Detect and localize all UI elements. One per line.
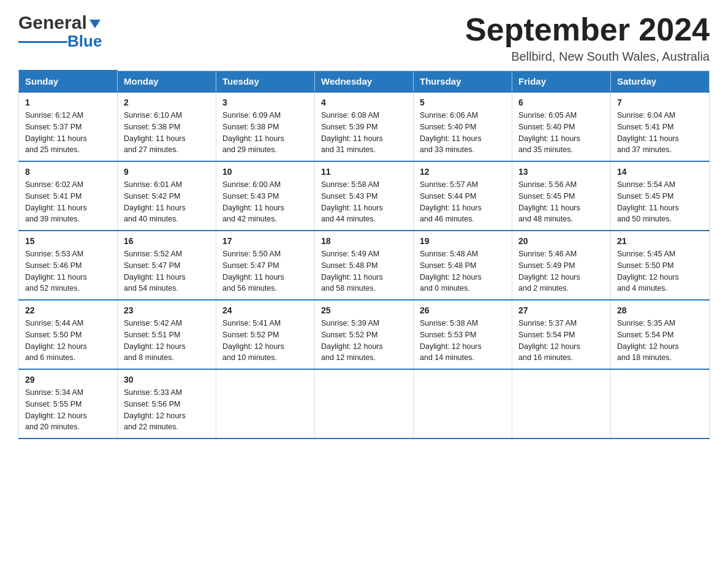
week-row-2: 8Sunrise: 6:02 AMSunset: 5:41 PMDaylight… (19, 161, 710, 231)
day-number: 6 (518, 98, 604, 107)
calendar-cell-30: 30Sunrise: 5:33 AMSunset: 5:56 PMDayligh… (118, 369, 216, 439)
day-number: 30 (124, 375, 210, 385)
day-number: 21 (617, 236, 703, 246)
day-number: 28 (617, 305, 703, 315)
header-sunday: Sunday (19, 71, 118, 92)
day-number: 1 (25, 98, 111, 107)
day-number: 17 (222, 236, 308, 246)
day-info: Sunrise: 5:53 AMSunset: 5:46 PMDaylight:… (25, 248, 111, 294)
header-thursday: Thursday (414, 71, 512, 92)
day-info: Sunrise: 5:45 AMSunset: 5:50 PMDaylight:… (617, 248, 703, 294)
calendar-cell-4: 4Sunrise: 6:08 AMSunset: 5:39 PMDaylight… (315, 92, 414, 161)
day-number: 8 (25, 167, 111, 177)
week-row-3: 15Sunrise: 5:53 AMSunset: 5:46 PMDayligh… (19, 231, 710, 300)
day-info: Sunrise: 6:04 AMSunset: 5:41 PMDaylight:… (617, 110, 703, 156)
day-number: 4 (321, 98, 407, 107)
day-info: Sunrise: 5:56 AMSunset: 5:45 PMDaylight:… (518, 179, 604, 225)
day-info: Sunrise: 5:49 AMSunset: 5:48 PMDaylight:… (321, 248, 407, 294)
day-info: Sunrise: 6:02 AMSunset: 5:41 PMDaylight:… (25, 179, 111, 225)
calendar-cell-3: 3Sunrise: 6:09 AMSunset: 5:38 PMDaylight… (216, 92, 315, 161)
calendar-cell-24: 24Sunrise: 5:41 AMSunset: 5:52 PMDayligh… (216, 300, 315, 369)
day-info: Sunrise: 6:10 AMSunset: 5:38 PMDaylight:… (124, 110, 210, 156)
logo-underline (18, 41, 67, 43)
logo-blue-text: Blue (67, 32, 102, 51)
svg-marker-0 (89, 20, 100, 28)
day-number: 24 (222, 305, 308, 315)
day-info: Sunrise: 5:37 AMSunset: 5:54 PMDaylight:… (518, 318, 604, 364)
calendar-cell-19: 19Sunrise: 5:48 AMSunset: 5:48 PMDayligh… (414, 231, 512, 300)
day-info: Sunrise: 5:42 AMSunset: 5:51 PMDaylight:… (124, 318, 210, 364)
day-number: 10 (222, 167, 308, 177)
logo-general-text: General (18, 12, 87, 33)
logo-arrow-icon (88, 17, 102, 31)
calendar-cell-31 (216, 369, 315, 439)
header-tuesday: Tuesday (216, 71, 315, 92)
calendar-cell-12: 12Sunrise: 5:57 AMSunset: 5:44 PMDayligh… (414, 161, 512, 231)
day-info: Sunrise: 5:58 AMSunset: 5:43 PMDaylight:… (321, 179, 407, 225)
day-number: 3 (222, 98, 308, 107)
day-info: Sunrise: 5:57 AMSunset: 5:44 PMDaylight:… (420, 179, 506, 225)
day-info: Sunrise: 6:01 AMSunset: 5:42 PMDaylight:… (124, 179, 210, 225)
day-info: Sunrise: 6:05 AMSunset: 5:40 PMDaylight:… (518, 110, 604, 156)
calendar-cell-25: 25Sunrise: 5:39 AMSunset: 5:52 PMDayligh… (315, 300, 414, 369)
day-number: 16 (124, 236, 210, 246)
day-info: Sunrise: 5:52 AMSunset: 5:47 PMDaylight:… (124, 248, 210, 294)
day-number: 27 (518, 305, 604, 315)
week-row-1: 1Sunrise: 6:12 AMSunset: 5:37 PMDaylight… (19, 92, 710, 161)
day-info: Sunrise: 5:44 AMSunset: 5:50 PMDaylight:… (25, 318, 111, 364)
day-number: 26 (420, 305, 506, 315)
calendar-cell-22: 22Sunrise: 5:44 AMSunset: 5:50 PMDayligh… (19, 300, 118, 369)
day-info: Sunrise: 6:08 AMSunset: 5:39 PMDaylight:… (321, 110, 407, 156)
calendar-cell-18: 18Sunrise: 5:49 AMSunset: 5:48 PMDayligh… (315, 231, 414, 300)
day-number: 29 (25, 375, 111, 385)
day-number: 7 (617, 98, 703, 107)
day-number: 11 (321, 167, 407, 177)
title-block: September 2024 Bellbird, New South Wales… (465, 12, 710, 64)
day-info: Sunrise: 5:39 AMSunset: 5:52 PMDaylight:… (321, 318, 407, 364)
day-info: Sunrise: 5:46 AMSunset: 5:49 PMDaylight:… (518, 248, 604, 294)
calendar-cell-6: 6Sunrise: 6:05 AMSunset: 5:40 PMDaylight… (512, 92, 611, 161)
day-number: 20 (518, 236, 604, 246)
calendar-cell-29: 29Sunrise: 5:34 AMSunset: 5:55 PMDayligh… (19, 369, 118, 439)
day-info: Sunrise: 5:54 AMSunset: 5:45 PMDaylight:… (617, 179, 703, 225)
location: Bellbird, New South Wales, Australia (465, 50, 710, 64)
calendar-cell-5: 5Sunrise: 6:06 AMSunset: 5:40 PMDaylight… (414, 92, 512, 161)
week-row-5: 29Sunrise: 5:34 AMSunset: 5:55 PMDayligh… (19, 369, 710, 439)
calendar-cell-16: 16Sunrise: 5:52 AMSunset: 5:47 PMDayligh… (118, 231, 216, 300)
day-info: Sunrise: 5:41 AMSunset: 5:52 PMDaylight:… (222, 318, 308, 364)
day-number: 2 (124, 98, 210, 107)
day-number: 25 (321, 305, 407, 315)
day-number: 23 (124, 305, 210, 315)
day-info: Sunrise: 5:38 AMSunset: 5:53 PMDaylight:… (420, 318, 506, 364)
day-info: Sunrise: 5:34 AMSunset: 5:55 PMDaylight:… (25, 387, 111, 433)
calendar-cell-8: 8Sunrise: 6:02 AMSunset: 5:41 PMDaylight… (19, 161, 118, 231)
day-info: Sunrise: 6:09 AMSunset: 5:38 PMDaylight:… (222, 110, 308, 156)
calendar-table: Sunday Monday Tuesday Wednesday Thursday… (18, 70, 710, 439)
calendar-cell-20: 20Sunrise: 5:46 AMSunset: 5:49 PMDayligh… (512, 231, 611, 300)
calendar-cell-17: 17Sunrise: 5:50 AMSunset: 5:47 PMDayligh… (216, 231, 315, 300)
header-monday: Monday (118, 71, 216, 92)
day-number: 15 (25, 236, 111, 246)
calendar-cell-23: 23Sunrise: 5:42 AMSunset: 5:51 PMDayligh… (118, 300, 216, 369)
day-number: 18 (321, 236, 407, 246)
day-info: Sunrise: 6:12 AMSunset: 5:37 PMDaylight:… (25, 110, 111, 156)
calendar-cell-13: 13Sunrise: 5:56 AMSunset: 5:45 PMDayligh… (512, 161, 611, 231)
header-wednesday: Wednesday (315, 71, 414, 92)
week-row-4: 22Sunrise: 5:44 AMSunset: 5:50 PMDayligh… (19, 300, 710, 369)
header-saturday: Saturday (611, 71, 710, 92)
day-number: 19 (420, 236, 506, 246)
calendar-cell-26: 26Sunrise: 5:38 AMSunset: 5:53 PMDayligh… (414, 300, 512, 369)
day-number: 9 (124, 167, 210, 177)
day-info: Sunrise: 5:35 AMSunset: 5:54 PMDaylight:… (617, 318, 703, 364)
page-header: General Blue September 2024 Bellbird, Ne… (18, 12, 710, 64)
calendar-cell-14: 14Sunrise: 5:54 AMSunset: 5:45 PMDayligh… (611, 161, 710, 231)
logo: General Blue (18, 12, 102, 51)
header-friday: Friday (512, 71, 611, 92)
day-number: 12 (420, 167, 506, 177)
calendar-cell-10: 10Sunrise: 6:00 AMSunset: 5:43 PMDayligh… (216, 161, 315, 231)
calendar-cell-7: 7Sunrise: 6:04 AMSunset: 5:41 PMDaylight… (611, 92, 710, 161)
day-number: 14 (617, 167, 703, 177)
calendar-cell-34 (512, 369, 611, 439)
calendar-cell-15: 15Sunrise: 5:53 AMSunset: 5:46 PMDayligh… (19, 231, 118, 300)
calendar-cell-21: 21Sunrise: 5:45 AMSunset: 5:50 PMDayligh… (611, 231, 710, 300)
